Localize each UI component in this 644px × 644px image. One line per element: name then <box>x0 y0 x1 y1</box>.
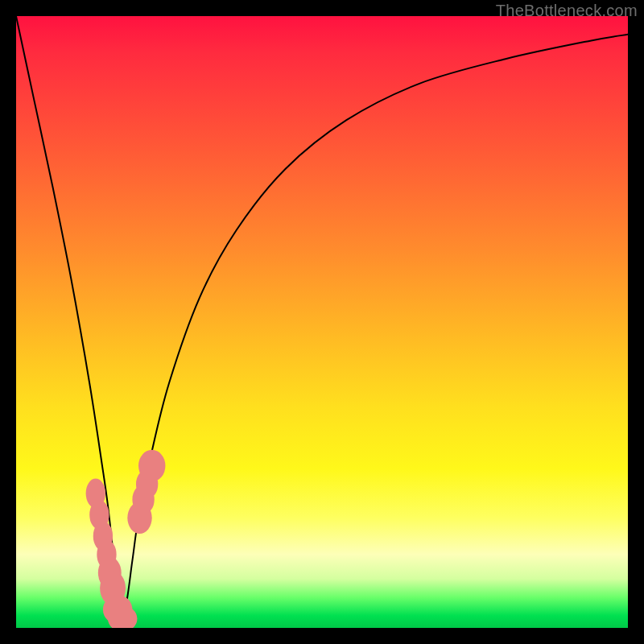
curve-overlay <box>16 16 628 628</box>
watermark-text: TheBottleneck.com <box>496 2 638 20</box>
plot-area <box>16 16 628 628</box>
right-cluster-marker <box>138 450 165 482</box>
chart-container: TheBottleneck.com <box>0 0 644 644</box>
